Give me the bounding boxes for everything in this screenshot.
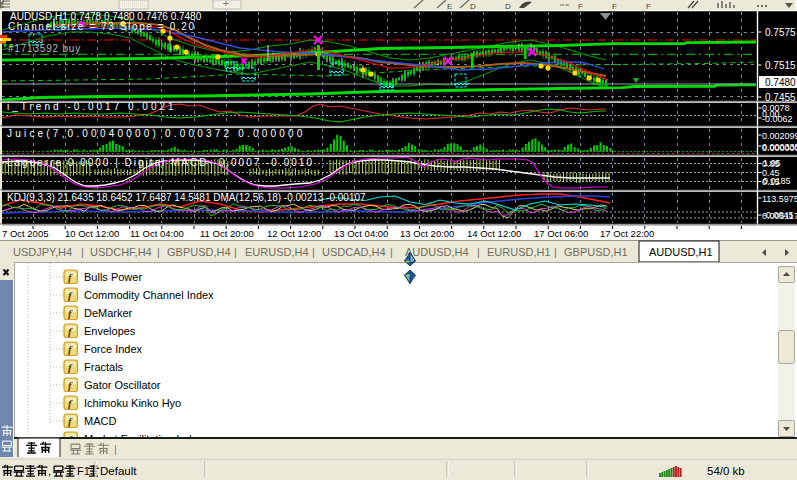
svg-text:DeMarker: DeMarker bbox=[84, 307, 133, 319]
svg-text:#1713592 buy: #1713592 buy bbox=[8, 43, 81, 54]
svg-text:0.7515: 0.7515 bbox=[765, 60, 796, 71]
svg-text:GBPUSD,H1: GBPUSD,H1 bbox=[564, 246, 628, 258]
svg-text:EURUSD,H1: EURUSD,H1 bbox=[487, 246, 551, 258]
svg-text:|: | bbox=[157, 246, 160, 258]
svg-text:Gator Oscillator: Gator Oscillator bbox=[84, 379, 161, 391]
svg-text:|: | bbox=[234, 246, 237, 258]
svg-text:7 Oct 2005: 7 Oct 2005 bbox=[2, 228, 48, 239]
svg-text:13 Oct 20:00: 13 Oct 20:00 bbox=[400, 228, 454, 239]
svg-text:54/0 kb: 54/0 kb bbox=[707, 465, 745, 477]
svg-text:11 Oct 20:00: 11 Oct 20:00 bbox=[200, 228, 254, 239]
svg-text:AUDUSD,H1: AUDUSD,H1 bbox=[649, 246, 713, 258]
svg-text:F: F bbox=[578, 2, 583, 11]
svg-text:0.000000: 0.000000 bbox=[762, 143, 797, 153]
svg-text:USDCHF,H4: USDCHF,H4 bbox=[90, 246, 152, 258]
svg-text:F1: F1 bbox=[77, 465, 90, 477]
svg-text:|: | bbox=[81, 246, 84, 258]
svg-text:0.7480: 0.7480 bbox=[765, 77, 796, 88]
svg-text:17 Oct 06:00: 17 Oct 06:00 bbox=[534, 228, 588, 239]
svg-text:-0.0045: -0.0045 bbox=[763, 210, 794, 220]
svg-text:Bulls Power: Bulls Power bbox=[84, 271, 142, 283]
svg-text:,: , bbox=[48, 465, 51, 477]
svg-text:Fractals: Fractals bbox=[84, 361, 124, 373]
svg-text:MACD: MACD bbox=[84, 415, 116, 427]
svg-text:11 Oct 04:00: 11 Oct 04:00 bbox=[130, 228, 184, 239]
svg-text:14 Oct 12:00: 14 Oct 12:00 bbox=[467, 228, 521, 239]
svg-text:D: D bbox=[505, 2, 511, 11]
svg-text:E: E bbox=[447, 2, 452, 11]
svg-text:i_Trend -0.0017 0.0021: i_Trend -0.0017 0.0021 bbox=[7, 101, 177, 112]
svg-text:12 Oct 12:00: 12 Oct 12:00 bbox=[267, 228, 321, 239]
svg-text:17 Oct 22:00: 17 Oct 22:00 bbox=[600, 228, 654, 239]
svg-text:113.5975: 113.5975 bbox=[762, 194, 797, 204]
svg-text:USDCAD,H4: USDCAD,H4 bbox=[322, 246, 386, 258]
svg-text:|: | bbox=[554, 246, 557, 258]
svg-text:0.7575: 0.7575 bbox=[765, 27, 796, 38]
svg-text:Juice(7,0.00040000) 0.000372 0: Juice(7,0.00040000) 0.000372 0.000000 bbox=[7, 128, 306, 139]
svg-text:Force Index: Force Index bbox=[84, 343, 143, 355]
svg-text:1.05: 1.05 bbox=[763, 158, 781, 168]
svg-text:|: | bbox=[312, 246, 315, 258]
svg-text:F: F bbox=[646, 2, 651, 11]
svg-text:Envelopes: Envelopes bbox=[84, 325, 136, 337]
svg-text:|: | bbox=[477, 246, 480, 258]
svg-text:Ichimoku Kinko Hyo: Ichimoku Kinko Hyo bbox=[84, 397, 181, 409]
svg-text:USDJPY,H4: USDJPY,H4 bbox=[13, 246, 72, 258]
svg-text:|: | bbox=[114, 443, 117, 455]
svg-text:10 Oct 12:00: 10 Oct 12:00 bbox=[65, 228, 119, 239]
svg-text:0.002099: 0.002099 bbox=[762, 131, 797, 141]
svg-text:Default: Default bbox=[100, 465, 137, 477]
svg-text:KDJ(9,3,3) 21.6435 18.6452 17.: KDJ(9,3,3) 21.6435 18.6452 17.6487 14.54… bbox=[7, 192, 366, 203]
svg-text:Laguerre 0.0000 | Digital MACD: Laguerre 0.0000 | Digital MACD -0.0007 -… bbox=[7, 157, 314, 168]
svg-text:EURUSD,H4: EURUSD,H4 bbox=[245, 246, 309, 258]
svg-text:D: D bbox=[470, 2, 476, 11]
svg-text:Commodity Channel Index: Commodity Channel Index bbox=[84, 289, 214, 301]
svg-text:Channel size = 73 Slope = 0.20: Channel size = 73 Slope = 0.20 bbox=[8, 21, 196, 32]
svg-text:-0.0062: -0.0062 bbox=[762, 114, 793, 124]
svg-text:GBPUSD,H4: GBPUSD,H4 bbox=[167, 246, 231, 258]
svg-text:F: F bbox=[612, 2, 617, 11]
svg-text:|: | bbox=[390, 246, 393, 258]
svg-text:13 Oct 04:00: 13 Oct 04:00 bbox=[334, 228, 388, 239]
svg-text:0.7455: 0.7455 bbox=[765, 92, 796, 103]
svg-text:0.0185: 0.0185 bbox=[763, 176, 791, 186]
